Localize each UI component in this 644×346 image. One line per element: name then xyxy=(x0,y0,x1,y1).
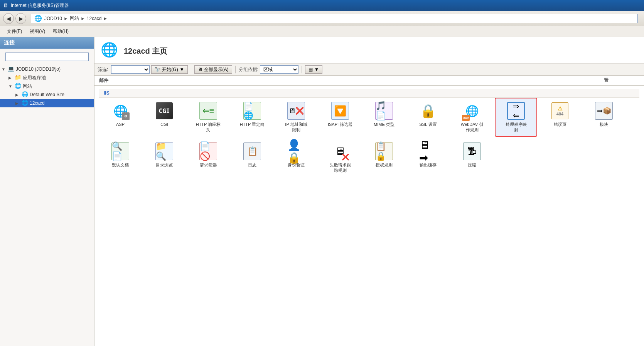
icon-label-default-doc: 默认文档 xyxy=(112,162,129,168)
icon-img-handler-mapping: ⇒⇐ xyxy=(507,102,525,120)
icon-label-auth-rules: 授权规则 xyxy=(376,162,393,168)
tree-container: ▼💻JODD10 (JODD10\jo)▶📁应用程序池▼🌐网站▶🌐Default… xyxy=(0,65,94,107)
icon-item-cgi[interactable]: CGI CGI xyxy=(143,98,185,137)
tree-item-default[interactable]: ▶🌐Default Web Site xyxy=(0,90,94,99)
menu-view[interactable]: 视图(V) xyxy=(26,27,49,36)
icon-img-auth-rules: 📋🔒 xyxy=(375,142,393,161)
toolbar-sep2 xyxy=(235,66,236,73)
forward-button[interactable]: ▶ xyxy=(15,13,26,24)
icon-label-error-page: 错误页 xyxy=(554,122,566,127)
view-toggle-icon: ▦ xyxy=(309,67,313,72)
default-doc-icon: 🔍📄 xyxy=(111,142,129,160)
content-area: 🌐 12cacd 主页 筛选: 🔭 开始(G) ▼ 🖥 全部显示(A) 分组依据… xyxy=(94,37,644,346)
icon-img-request-filter: 📄🚫 xyxy=(199,142,217,161)
icon-item-auth[interactable]: 👤🔒 身份验证 xyxy=(275,138,317,177)
icon-label-mime-type: MIME 类型 xyxy=(374,122,394,127)
icon-img-mime-type: 🎵📄 xyxy=(375,102,393,120)
icon-label-handler-mapping: 处理程序映射 xyxy=(506,122,527,133)
nav-bar: ◀ ▶ 🌐 JODD10 ► 网站 ► 12cacd ► xyxy=(0,11,644,26)
toolbar-sep3 xyxy=(302,66,302,73)
icon-item-output-cache[interactable]: 🖥➡ 输出缓存 xyxy=(407,138,449,177)
tree-toggle-default[interactable]: ▶ xyxy=(15,93,22,97)
icon-item-log[interactable]: 📋 日志 xyxy=(231,138,273,177)
title-bar-text: Internet 信息服务(IIS)管理器 xyxy=(11,2,69,9)
icon-img-failed-req: 🖥❌ xyxy=(331,142,349,161)
address-bar: 🌐 JODD10 ► 网站 ► 12cacd ► xyxy=(31,14,638,23)
group-by-label: 分组依据: xyxy=(239,66,258,73)
icons-grid: 🌐 ⚙ ASP CGI CGI ⇐≡ HTTP 响应标头 📄🌐 HTTP 重定向… xyxy=(99,98,639,177)
icon-item-auth-rules[interactable]: 📋🔒 授权规则 xyxy=(363,138,405,177)
back-button[interactable]: ◀ xyxy=(3,13,14,24)
icon-item-module[interactable]: ⇒📦 模块 xyxy=(583,98,625,137)
filter-label: 筛选: xyxy=(98,66,108,73)
tree-icon-sites: 🌐 xyxy=(15,83,22,90)
col-setting: 置 xyxy=(604,77,639,84)
module-icon: ⇒📦 xyxy=(595,102,613,120)
content-header-title: 12cacd 主页 xyxy=(124,46,167,56)
icon-item-compress[interactable]: 🗜 压缩 xyxy=(451,138,493,177)
group-by-select[interactable]: 区域 xyxy=(260,65,298,74)
address-part2: 网站 xyxy=(70,15,79,22)
icon-label-compress: 压缩 xyxy=(468,162,476,168)
icon-item-http-redirect[interactable]: 📄🌐 HTTP 重定向 xyxy=(231,98,273,137)
col-mail: 邮件 xyxy=(99,77,604,84)
icon-img-http-response: ⇐≡ xyxy=(199,102,217,120)
icon-item-request-filter[interactable]: 📄🚫 请求筛选 xyxy=(187,138,229,177)
icon-label-failed-req: 失败请求跟踪规则 xyxy=(330,162,351,173)
address-part1: JODD10 xyxy=(44,16,62,21)
icon-label-request-filter: 请求筛选 xyxy=(200,162,217,168)
icon-img-compress: 🗜 xyxy=(463,142,481,161)
cgi-icon: CGI xyxy=(156,102,173,119)
icon-item-http-response[interactable]: ⇐≡ HTTP 响应标头 xyxy=(187,98,229,137)
icon-item-mime-type[interactable]: 🎵📄 MIME 类型 xyxy=(363,98,405,137)
icon-label-isapi-filter: ISAPI 筛选器 xyxy=(328,122,352,127)
tree-label-apppool: 应用程序池 xyxy=(23,75,46,81)
tree-item-12cacd[interactable]: ▶🌐12cacd xyxy=(0,99,94,107)
ssl-icon: 🔒 xyxy=(419,102,437,120)
icon-item-ssl[interactable]: 🔒 SSL 设置 xyxy=(407,98,449,137)
filter-select[interactable] xyxy=(111,65,150,74)
icon-item-default-doc[interactable]: 🔍📄 默认文档 xyxy=(99,138,142,177)
menu-help[interactable]: 帮助(H) xyxy=(49,27,72,36)
icon-label-ip-restrict: IP 地址和域限制 xyxy=(285,122,307,133)
icon-item-isapi-filter[interactable]: 🔽 ISAPI 筛选器 xyxy=(319,98,361,137)
isapi-filter-icon: 🔽 xyxy=(331,102,349,120)
icon-item-handler-mapping[interactable]: ⇒⇐ 处理程序映射 xyxy=(495,98,537,137)
tree-item-apppool[interactable]: ▶📁应用程序池 xyxy=(0,73,94,82)
view-toggle-button[interactable]: ▦ ▼ xyxy=(305,65,322,74)
icon-item-failed-req[interactable]: 🖥❌ 失败请求跟踪规则 xyxy=(319,138,361,177)
mime-type-icon: 🎵📄 xyxy=(375,102,393,120)
icon-item-asp[interactable]: 🌐 ⚙ ASP xyxy=(99,98,142,137)
icon-label-webdav: WebDAV 创作规则 xyxy=(461,122,483,133)
iis-section: IIS 🌐 ⚙ ASP CGI CGI ⇐≡ HTTP 响应标头 📄🌐 HTTP… xyxy=(94,86,644,180)
request-filter-icon: 📄🚫 xyxy=(199,142,217,160)
tree-toggle-12cacd[interactable]: ▶ xyxy=(15,101,22,105)
compress-icon: 🗜 xyxy=(463,142,481,160)
view-dropdown-icon: ▼ xyxy=(314,67,319,72)
start-button[interactable]: 🔭 开始(G) ▼ xyxy=(151,65,187,74)
tree-toggle-root[interactable]: ▼ xyxy=(2,67,8,71)
tree-toggle-apppool[interactable]: ▶ xyxy=(8,76,15,80)
auth-icon: 👤🔒 xyxy=(287,142,305,160)
tree-label-default: Default Web Site xyxy=(30,92,64,97)
failed-req-icon: 🖥❌ xyxy=(331,142,349,161)
tree-item-root[interactable]: ▼💻JODD10 (JODD10\jo) xyxy=(0,65,94,73)
dir-browse-icon: 📁🔍 xyxy=(155,142,173,160)
tree-icon-root: 💻 xyxy=(8,66,15,73)
icon-item-ip-restrict[interactable]: 🖥❌ IP 地址和域限制 xyxy=(275,98,317,137)
icon-item-error-page[interactable]: ⚠ 404 错误页 xyxy=(539,98,581,137)
menu-file[interactable]: 文件(F) xyxy=(3,27,26,36)
address-sep3: ► xyxy=(103,16,108,21)
icon-item-webdav[interactable]: 🌐 DAV WebDAV 创作规则 xyxy=(451,98,493,137)
icon-item-dir-browse[interactable]: 📁🔍 目录浏览 xyxy=(143,138,185,177)
tree-toggle-sites[interactable]: ▼ xyxy=(8,84,15,88)
tree-item-sites[interactable]: ▼🌐网站 xyxy=(0,82,94,90)
sidebar: 连接 ▼💻JODD10 (JODD10\jo)▶📁应用程序池▼🌐网站▶🌐Defa… xyxy=(0,37,94,346)
sidebar-search[interactable] xyxy=(5,53,89,61)
show-all-button[interactable]: 🖥 全部显示(A) xyxy=(194,65,232,74)
toolbar: 筛选: 🔭 开始(G) ▼ 🖥 全部显示(A) 分组依据: 区域 ▦ xyxy=(94,64,644,76)
title-bar: 🖥 Internet 信息服务(IIS)管理器 xyxy=(0,0,644,11)
icon-img-ip-restrict: 🖥❌ xyxy=(287,102,305,120)
show-all-icon: 🖥 xyxy=(198,67,202,72)
tree-label-root: JODD10 (JODD10\jo) xyxy=(16,66,61,72)
